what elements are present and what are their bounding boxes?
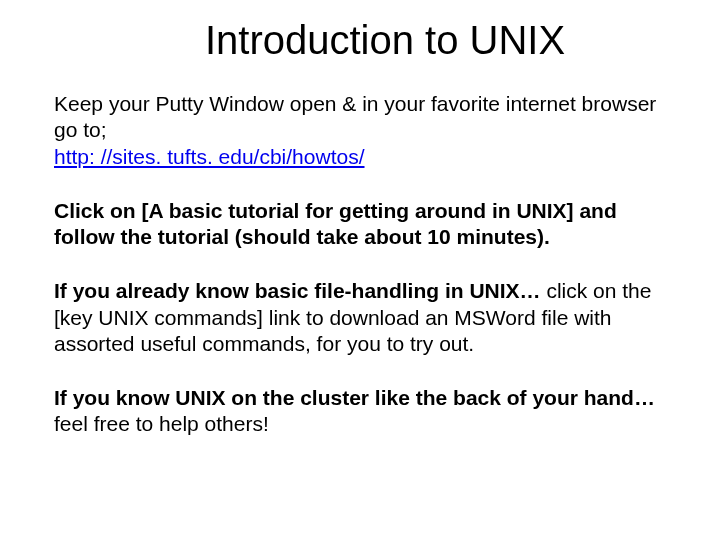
- expert-rest: feel free to help others!: [54, 412, 269, 435]
- paragraph-expert: If you know UNIX on the cluster like the…: [54, 385, 666, 438]
- paragraph-known-basic: If you already know basic file-handling …: [54, 278, 666, 357]
- howtos-link[interactable]: http: //sites. tufts. edu/cbi/howtos/: [54, 145, 365, 168]
- expert-lead: If you know UNIX on the cluster like the…: [54, 386, 655, 409]
- paragraph-intro: Keep your Putty Window open & in your fa…: [54, 91, 666, 170]
- slide-container: Introduction to UNIX Keep your Putty Win…: [0, 0, 720, 486]
- slide-title: Introduction to UNIX: [54, 18, 666, 63]
- paragraph-tutorial: Click on [A basic tutorial for getting a…: [54, 198, 666, 251]
- known-basic-lead: If you already know basic file-handling …: [54, 279, 546, 302]
- intro-text: Keep your Putty Window open & in your fa…: [54, 92, 656, 141]
